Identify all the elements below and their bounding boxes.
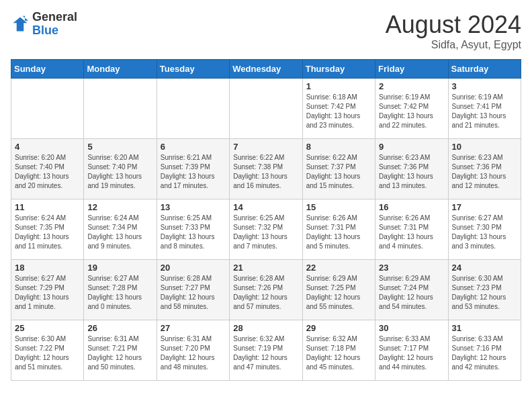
week-row-2: 4Sunrise: 6:20 AM Sunset: 7:40 PM Daylig… [11,139,521,199]
day-number: 3 [452,81,517,91]
calendar-cell: 25Sunrise: 6:30 AM Sunset: 7:22 PM Dayli… [11,320,84,381]
day-number: 7 [233,142,298,152]
month-year: August 2024 [386,11,521,39]
logo-general: General [32,10,77,24]
day-info: Sunrise: 6:33 AM Sunset: 7:17 PM Dayligh… [379,334,444,372]
calendar-cell: 12Sunrise: 6:24 AM Sunset: 7:34 PM Dayli… [84,199,157,260]
weekday-header-thursday: Thursday [302,60,375,79]
day-number: 15 [306,202,371,212]
day-info: Sunrise: 6:18 AM Sunset: 7:42 PM Dayligh… [306,93,371,130]
calendar-cell: 5Sunrise: 6:20 AM Sunset: 7:40 PM Daylig… [84,139,157,199]
day-number: 25 [15,323,80,333]
calendar-cell: 26Sunrise: 6:31 AM Sunset: 7:21 PM Dayli… [84,320,157,381]
day-number: 31 [452,323,517,333]
weekday-header-sunday: Sunday [11,60,84,79]
day-info: Sunrise: 6:19 AM Sunset: 7:41 PM Dayligh… [452,93,517,130]
day-info: Sunrise: 6:29 AM Sunset: 7:24 PM Dayligh… [379,274,444,312]
day-info: Sunrise: 6:30 AM Sunset: 7:23 PM Dayligh… [452,274,517,312]
calendar-cell: 31Sunrise: 6:33 AM Sunset: 7:16 PM Dayli… [448,320,521,381]
day-info: Sunrise: 6:27 AM Sunset: 7:30 PM Dayligh… [452,214,517,251]
day-info: Sunrise: 6:29 AM Sunset: 7:25 PM Dayligh… [306,274,371,312]
day-info: Sunrise: 6:20 AM Sunset: 7:40 PM Dayligh… [15,153,80,191]
day-number: 16 [379,202,444,212]
day-number: 22 [306,263,371,273]
day-number: 2 [379,81,444,91]
day-info: Sunrise: 6:24 AM Sunset: 7:35 PM Dayligh… [15,214,80,251]
logo-icon [11,15,30,34]
calendar-cell: 11Sunrise: 6:24 AM Sunset: 7:35 PM Dayli… [11,199,84,260]
calendar-cell: 22Sunrise: 6:29 AM Sunset: 7:25 PM Dayli… [302,260,375,320]
day-number: 11 [15,202,80,212]
day-number: 6 [161,142,226,152]
calendar-cell: 17Sunrise: 6:27 AM Sunset: 7:30 PM Dayli… [448,199,521,260]
day-info: Sunrise: 6:20 AM Sunset: 7:40 PM Dayligh… [87,153,152,191]
day-number: 12 [87,202,152,212]
location: Sidfa, Asyut, Egypt [386,39,521,51]
day-number: 21 [233,263,298,273]
calendar-cell: 23Sunrise: 6:29 AM Sunset: 7:24 PM Dayli… [375,260,448,320]
week-row-4: 18Sunrise: 6:27 AM Sunset: 7:29 PM Dayli… [11,260,521,320]
calendar-cell: 13Sunrise: 6:25 AM Sunset: 7:33 PM Dayli… [157,199,229,260]
day-info: Sunrise: 6:23 AM Sunset: 7:36 PM Dayligh… [379,153,444,191]
day-number: 1 [306,81,371,91]
calendar-cell: 21Sunrise: 6:28 AM Sunset: 7:26 PM Dayli… [230,260,302,320]
day-number: 30 [379,323,444,333]
day-info: Sunrise: 6:21 AM Sunset: 7:39 PM Dayligh… [161,153,226,191]
calendar-cell: 6Sunrise: 6:21 AM Sunset: 7:39 PM Daylig… [157,139,229,199]
calendar-cell: 24Sunrise: 6:30 AM Sunset: 7:23 PM Dayli… [448,260,521,320]
day-number: 4 [15,142,80,152]
logo: General Blue [11,11,77,38]
logo-text: General Blue [32,11,77,38]
day-info: Sunrise: 6:31 AM Sunset: 7:20 PM Dayligh… [161,334,226,372]
day-number: 23 [379,263,444,273]
day-info: Sunrise: 6:22 AM Sunset: 7:37 PM Dayligh… [306,153,371,191]
calendar-cell: 14Sunrise: 6:25 AM Sunset: 7:32 PM Dayli… [230,199,302,260]
weekday-header-monday: Monday [84,60,157,79]
calendar-cell: 8Sunrise: 6:22 AM Sunset: 7:37 PM Daylig… [302,139,375,199]
day-number: 24 [452,263,517,273]
calendar-cell: 16Sunrise: 6:26 AM Sunset: 7:31 PM Dayli… [375,199,448,260]
calendar-cell: 4Sunrise: 6:20 AM Sunset: 7:40 PM Daylig… [11,139,84,199]
day-info: Sunrise: 6:32 AM Sunset: 7:18 PM Dayligh… [306,334,371,372]
calendar-cell: 10Sunrise: 6:23 AM Sunset: 7:36 PM Dayli… [448,139,521,199]
day-info: Sunrise: 6:26 AM Sunset: 7:31 PM Dayligh… [379,214,444,251]
calendar-cell [84,79,157,139]
day-info: Sunrise: 6:25 AM Sunset: 7:32 PM Dayligh… [233,214,298,251]
day-info: Sunrise: 6:33 AM Sunset: 7:16 PM Dayligh… [452,334,517,372]
calendar-cell: 27Sunrise: 6:31 AM Sunset: 7:20 PM Dayli… [157,320,229,381]
logo-blue: Blue [32,24,58,37]
day-info: Sunrise: 6:26 AM Sunset: 7:31 PM Dayligh… [306,214,371,251]
day-number: 10 [452,142,517,152]
day-number: 27 [161,323,226,333]
calendar-cell: 20Sunrise: 6:28 AM Sunset: 7:27 PM Dayli… [157,260,229,320]
day-number: 29 [306,323,371,333]
day-number: 17 [452,202,517,212]
calendar-cell: 2Sunrise: 6:19 AM Sunset: 7:42 PM Daylig… [375,79,448,139]
weekday-header-saturday: Saturday [448,60,521,79]
day-info: Sunrise: 6:28 AM Sunset: 7:26 PM Dayligh… [233,274,298,312]
day-number: 14 [233,202,298,212]
calendar-cell: 3Sunrise: 6:19 AM Sunset: 7:41 PM Daylig… [448,79,521,139]
calendar-cell: 18Sunrise: 6:27 AM Sunset: 7:29 PM Dayli… [11,260,84,320]
day-number: 5 [87,142,152,152]
day-info: Sunrise: 6:30 AM Sunset: 7:22 PM Dayligh… [15,334,80,372]
calendar-cell: 1Sunrise: 6:18 AM Sunset: 7:42 PM Daylig… [302,79,375,139]
weekday-header-tuesday: Tuesday [157,60,229,79]
week-row-3: 11Sunrise: 6:24 AM Sunset: 7:35 PM Dayli… [11,199,521,260]
calendar-table: SundayMondayTuesdayWednesdayThursdayFrid… [11,59,521,381]
week-row-1: 1Sunrise: 6:18 AM Sunset: 7:42 PM Daylig… [11,79,521,139]
weekday-header-wednesday: Wednesday [230,60,302,79]
calendar-cell [157,79,229,139]
calendar-cell: 29Sunrise: 6:32 AM Sunset: 7:18 PM Dayli… [302,320,375,381]
calendar-cell [230,79,302,139]
day-info: Sunrise: 6:27 AM Sunset: 7:29 PM Dayligh… [15,274,80,312]
day-number: 19 [87,263,152,273]
calendar-cell: 30Sunrise: 6:33 AM Sunset: 7:17 PM Dayli… [375,320,448,381]
day-info: Sunrise: 6:23 AM Sunset: 7:36 PM Dayligh… [452,153,517,191]
day-number: 20 [161,263,226,273]
day-number: 9 [379,142,444,152]
calendar-cell: 9Sunrise: 6:23 AM Sunset: 7:36 PM Daylig… [375,139,448,199]
weekday-header-row: SundayMondayTuesdayWednesdayThursdayFrid… [11,60,521,79]
calendar-cell: 15Sunrise: 6:26 AM Sunset: 7:31 PM Dayli… [302,199,375,260]
weekday-header-friday: Friday [375,60,448,79]
